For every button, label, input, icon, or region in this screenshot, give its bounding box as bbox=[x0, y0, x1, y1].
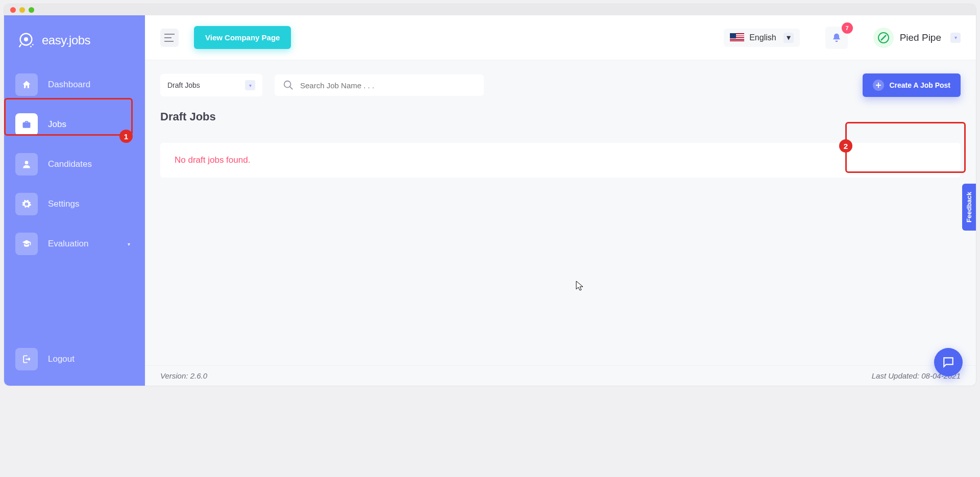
select-label: Draft Jobs bbox=[167, 81, 200, 89]
jobs-filter-select[interactable]: Draft Jobs ▾ bbox=[160, 74, 262, 96]
sidebar-nav: Dashboard Jobs Candidates bbox=[9, 68, 140, 343]
feedback-button[interactable]: Feedback bbox=[962, 184, 976, 231]
language-label: English bbox=[749, 33, 776, 42]
bell-icon bbox=[831, 33, 842, 43]
plus-icon bbox=[873, 80, 884, 91]
menu-icon bbox=[164, 34, 175, 42]
app-window: easy.jobs Dashboard Jobs bbox=[4, 4, 976, 386]
svg-point-6 bbox=[284, 81, 291, 88]
user-icon bbox=[15, 153, 38, 175]
notification-count-badge: 7 bbox=[842, 22, 853, 34]
chevron-down-icon: ▾ bbox=[124, 239, 134, 249]
sidebar-item-settings[interactable]: Settings bbox=[9, 188, 140, 220]
chat-icon bbox=[942, 356, 955, 369]
chevron-down-icon: ▾ bbox=[950, 33, 961, 43]
flag-us-icon bbox=[730, 33, 744, 42]
window-controls bbox=[10, 7, 34, 13]
main-area: View Company Page English ▾ 7 bbox=[145, 15, 976, 386]
filter-row: Draft Jobs ▾ Create A Job Post bbox=[160, 73, 961, 97]
empty-message: No draft jobs found. bbox=[175, 155, 250, 165]
search-icon bbox=[283, 80, 294, 91]
view-company-page-button[interactable]: View Company Page bbox=[194, 26, 291, 49]
company-selector[interactable]: Pied Pipe ▾ bbox=[873, 28, 961, 48]
sidebar-item-label: Candidates bbox=[48, 159, 92, 169]
footer: Version: 2.6.0 Last Updated: 08-04-2021 bbox=[145, 365, 976, 386]
sidebar-item-logout[interactable]: Logout bbox=[9, 343, 140, 375]
search-box bbox=[275, 74, 484, 96]
sidebar: easy.jobs Dashboard Jobs bbox=[4, 15, 145, 386]
annotation-step-2: 2 bbox=[839, 139, 852, 153]
app-body: easy.jobs Dashboard Jobs bbox=[4, 15, 976, 386]
sidebar-item-label: Logout bbox=[48, 354, 75, 364]
sidebar-item-label: Dashboard bbox=[48, 80, 90, 90]
menu-toggle-button[interactable] bbox=[160, 29, 179, 47]
language-selector[interactable]: English ▾ bbox=[724, 29, 799, 47]
home-icon bbox=[15, 73, 38, 96]
chevron-down-icon: ▾ bbox=[245, 80, 255, 90]
page-title: Draft Jobs bbox=[160, 110, 961, 123]
maximize-window-button[interactable] bbox=[29, 7, 34, 13]
svg-point-4 bbox=[25, 161, 29, 164]
close-window-button[interactable] bbox=[10, 7, 16, 13]
sidebar-item-label: Jobs bbox=[48, 119, 66, 130]
svg-point-3 bbox=[32, 44, 34, 45]
topbar-right: English ▾ 7 Pied Pipe ▾ bbox=[724, 27, 961, 49]
logo-text: easy.jobs bbox=[42, 33, 90, 47]
svg-point-1 bbox=[24, 38, 28, 41]
create-button-label: Create A Job Post bbox=[889, 81, 950, 89]
company-logo-icon bbox=[877, 32, 890, 44]
annotation-step-1: 1 bbox=[119, 130, 133, 143]
company-avatar bbox=[873, 28, 894, 48]
sidebar-item-dashboard[interactable]: Dashboard bbox=[9, 68, 140, 101]
company-name: Pied Pipe bbox=[900, 32, 941, 43]
topbar: View Company Page English ▾ 7 bbox=[145, 15, 976, 60]
chevron-down-icon: ▾ bbox=[783, 33, 794, 43]
graduation-icon bbox=[15, 233, 38, 255]
briefcase-icon bbox=[15, 113, 38, 136]
logo[interactable]: easy.jobs bbox=[9, 31, 140, 64]
sidebar-item-label: Evaluation bbox=[48, 239, 88, 249]
create-job-post-button[interactable]: Create A Job Post bbox=[863, 73, 961, 97]
content-area: Draft Jobs ▾ Create A Job Post Draft bbox=[145, 60, 976, 365]
gear-icon bbox=[15, 193, 38, 215]
search-input[interactable] bbox=[300, 81, 476, 90]
notifications-button[interactable]: 7 bbox=[825, 27, 848, 49]
logo-icon bbox=[16, 31, 36, 50]
window-titlebar bbox=[4, 4, 976, 15]
logout-icon bbox=[15, 348, 38, 370]
sidebar-item-evaluation[interactable]: Evaluation ▾ bbox=[9, 228, 140, 260]
sidebar-item-label: Settings bbox=[48, 199, 79, 209]
chat-button[interactable] bbox=[934, 348, 963, 376]
minimize-window-button[interactable] bbox=[19, 7, 25, 13]
version-label: Version: 2.6.0 bbox=[160, 371, 207, 380]
sidebar-item-candidates[interactable]: Candidates bbox=[9, 148, 140, 181]
svg-point-2 bbox=[30, 46, 32, 47]
